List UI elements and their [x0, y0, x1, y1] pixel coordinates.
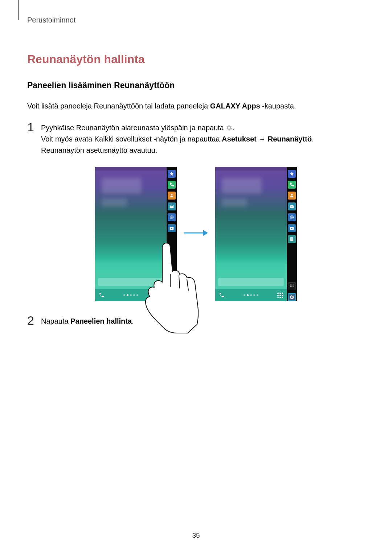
intro-paragraph: Voit lisätä paneeleja Reunanäyttöön tai … — [27, 100, 365, 111]
heading-1: Reunanäytön hallinta — [27, 53, 365, 66]
contact-icon — [288, 192, 296, 200]
svg-rect-12 — [293, 284, 293, 285]
page-indicator — [244, 294, 258, 296]
svg-point-2 — [171, 228, 172, 229]
svg-rect-11 — [291, 284, 292, 285]
edge-panel-right — [287, 167, 297, 301]
status-bar — [95, 167, 167, 171]
gear-icon — [288, 293, 296, 301]
swipe-handle-icon — [167, 277, 176, 289]
phone-icon — [99, 292, 105, 298]
camera-icon — [288, 224, 296, 232]
svg-rect-13 — [290, 286, 291, 287]
arrow-right-icon — [180, 229, 212, 237]
step2-text-after: . — [132, 317, 134, 325]
contact-icon — [168, 192, 176, 200]
phone-icon — [219, 292, 225, 298]
nav-bar — [215, 289, 287, 301]
phone-mock-left — [95, 167, 177, 301]
phone-icon — [288, 181, 296, 189]
step-body: Pyyhkäise Reunanäytön alareunasta ylöspä… — [41, 122, 365, 156]
edge-dot-icon — [169, 294, 174, 299]
grid-icon — [288, 282, 296, 290]
svg-rect-9 — [291, 239, 293, 239]
weather-widget — [222, 198, 247, 207]
globe-icon — [288, 213, 296, 221]
clock-widget — [102, 178, 142, 194]
svg-rect-15 — [293, 286, 293, 287]
clock-widget — [222, 178, 262, 194]
step1-line2-before: Voit myös avata Kaikki sovellukset -näyt… — [41, 135, 222, 143]
page-number: 35 — [0, 532, 392, 539]
mail-icon — [288, 202, 296, 210]
step-2: 2 Napauta Paneelien hallinta. — [27, 316, 365, 327]
step1-line3: Reunanäytön asetusnäyttö avautuu. — [41, 146, 157, 154]
phone-left-wrap — [95, 167, 177, 301]
search-bar — [98, 278, 164, 286]
step2-text-before: Napauta — [41, 317, 70, 325]
section-header: Perustoiminnot — [27, 16, 365, 24]
step1-line2-bold1: Asetukset — [222, 135, 257, 143]
intro-bold: GALAXY Apps — [210, 102, 260, 110]
svg-point-6 — [291, 228, 293, 229]
weather-widget — [102, 198, 127, 207]
page: Perustoiminnot Reunanäytön hallinta Pane… — [0, 0, 392, 554]
star-icon — [168, 170, 176, 178]
step1-line2-bold2: Reunanäyttö — [268, 135, 312, 143]
step1-line2-after: . — [312, 135, 314, 143]
margin-rule — [18, 0, 19, 20]
svg-rect-10 — [290, 284, 291, 285]
intro-text-after: -kaupasta. — [260, 102, 296, 110]
svg-rect-14 — [291, 286, 292, 287]
note-icon — [288, 235, 296, 243]
step2-bold: Paneelien hallinta — [70, 317, 132, 325]
page-indicator — [123, 294, 138, 296]
phone-mock-right — [215, 167, 297, 301]
search-bar — [218, 278, 284, 286]
camera-icon — [168, 224, 176, 232]
mail-icon — [168, 202, 176, 210]
apps-icon — [157, 292, 163, 298]
step1-line1-after: . — [232, 124, 234, 132]
step1-line2-arrow: → — [257, 135, 268, 143]
apps-icon — [277, 292, 283, 298]
status-bar — [215, 167, 287, 171]
steps-list: 1 Pyyhkäise Reunanäytön alareunasta ylös… — [27, 122, 365, 327]
step1-line1-before: Pyyhkäise Reunanäytön alareunasta ylöspä… — [41, 124, 226, 132]
step-number: 2 — [27, 314, 38, 327]
step-1: 1 Pyyhkäise Reunanäytön alareunasta ylös… — [27, 122, 365, 156]
instruction-figure — [27, 167, 365, 301]
phone-icon — [168, 181, 176, 189]
step-number: 1 — [27, 121, 38, 133]
svg-rect-8 — [291, 238, 293, 238]
intro-text-before: Voit lisätä paneeleja Reunanäyttöön tai … — [27, 102, 210, 110]
nav-bar — [95, 289, 167, 301]
gear-icon — [226, 124, 232, 131]
heading-2: Paneelien lisääminen Reunanäyttöön — [27, 81, 365, 90]
star-icon — [288, 170, 296, 178]
edge-panel-left — [167, 167, 177, 301]
step-body: Napauta Paneelien hallinta. — [41, 316, 365, 327]
globe-icon — [168, 213, 176, 221]
